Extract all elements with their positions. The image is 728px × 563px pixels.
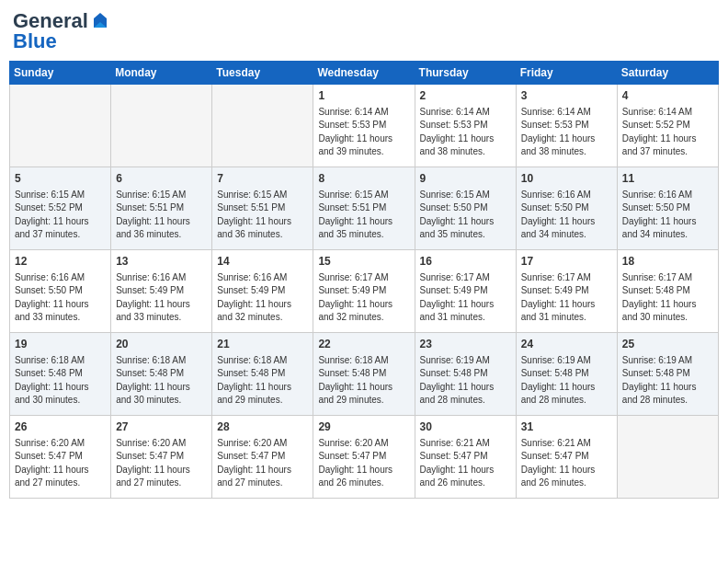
day-info: Sunrise: 6:21 AMSunset: 5:47 PMDaylight:… [420,437,511,490]
day-number: 28 [217,419,308,435]
day-info: Sunrise: 6:17 AMSunset: 5:49 PMDaylight:… [420,271,511,325]
cell-4-5: 23Sunrise: 6:19 AMSunset: 5:48 PMDayligh… [415,333,516,416]
cell-3-5: 16Sunrise: 6:17 AMSunset: 5:49 PMDayligh… [415,250,516,333]
day-info: Sunrise: 6:18 AMSunset: 5:48 PMDaylight:… [217,354,308,408]
day-number: 24 [521,337,612,352]
week-row-2: 5Sunrise: 6:15 AMSunset: 5:52 PMDaylight… [10,167,719,250]
day-number: 29 [318,419,409,435]
day-number: 21 [217,337,308,352]
week-row-1: 1Sunrise: 6:14 AMSunset: 5:53 PMDaylight… [10,85,719,167]
cell-1-4: 1Sunrise: 6:14 AMSunset: 5:53 PMDaylight… [313,85,415,167]
day-number: 8 [318,171,409,187]
col-header-friday: Friday [516,62,617,85]
day-number: 26 [15,419,106,435]
cell-4-4: 22Sunrise: 6:18 AMSunset: 5:48 PMDayligh… [313,333,415,416]
page-header: General Blue [9,9,719,53]
cell-2-5: 9Sunrise: 6:15 AMSunset: 5:50 PMDaylight… [415,167,516,250]
day-info: Sunrise: 6:16 AMSunset: 5:50 PMDaylight:… [521,189,612,242]
logo: General Blue [13,9,110,53]
day-number: 7 [217,171,308,187]
week-row-4: 19Sunrise: 6:18 AMSunset: 5:48 PMDayligh… [10,333,719,416]
logo-icon [90,11,110,31]
day-info: Sunrise: 6:15 AMSunset: 5:51 PMDaylight:… [217,189,308,242]
header-row: SundayMondayTuesdayWednesdayThursdayFrid… [10,62,719,85]
day-info: Sunrise: 6:14 AMSunset: 5:53 PMDaylight:… [521,106,612,159]
day-number: 1 [318,88,409,104]
cell-5-6: 31Sunrise: 6:21 AMSunset: 5:47 PMDayligh… [516,416,617,499]
cell-4-2: 20Sunrise: 6:18 AMSunset: 5:48 PMDayligh… [111,333,212,416]
day-number: 16 [420,254,511,270]
cell-4-1: 19Sunrise: 6:18 AMSunset: 5:48 PMDayligh… [10,333,111,416]
day-info: Sunrise: 6:19 AMSunset: 5:48 PMDaylight:… [622,354,713,408]
day-info: Sunrise: 6:20 AMSunset: 5:47 PMDaylight:… [318,437,409,490]
day-info: Sunrise: 6:21 AMSunset: 5:47 PMDaylight:… [521,437,612,490]
logo-blue: Blue [13,29,57,53]
day-info: Sunrise: 6:16 AMSunset: 5:49 PMDaylight:… [116,271,207,325]
cell-5-1: 26Sunrise: 6:20 AMSunset: 5:47 PMDayligh… [10,416,111,499]
cell-3-1: 12Sunrise: 6:16 AMSunset: 5:50 PMDayligh… [10,250,111,333]
day-info: Sunrise: 6:16 AMSunset: 5:50 PMDaylight:… [15,271,106,325]
cell-5-7 [617,416,718,499]
day-number: 13 [116,254,207,270]
day-number: 14 [217,254,308,270]
day-info: Sunrise: 6:14 AMSunset: 5:53 PMDaylight:… [420,106,511,159]
day-info: Sunrise: 6:19 AMSunset: 5:48 PMDaylight:… [420,354,511,408]
day-number: 3 [521,88,612,104]
week-row-3: 12Sunrise: 6:16 AMSunset: 5:50 PMDayligh… [10,250,719,333]
day-number: 27 [116,419,207,435]
day-number: 23 [420,337,511,352]
day-info: Sunrise: 6:14 AMSunset: 5:53 PMDaylight:… [318,106,409,159]
cell-2-2: 6Sunrise: 6:15 AMSunset: 5:51 PMDaylight… [111,167,212,250]
cell-5-2: 27Sunrise: 6:20 AMSunset: 5:47 PMDayligh… [111,416,212,499]
cell-1-6: 3Sunrise: 6:14 AMSunset: 5:53 PMDaylight… [516,85,617,167]
day-info: Sunrise: 6:20 AMSunset: 5:47 PMDaylight:… [15,437,106,490]
day-number: 15 [318,254,409,270]
day-number: 2 [420,88,511,104]
cell-1-3 [212,85,313,167]
col-header-monday: Monday [111,62,212,85]
day-number: 10 [521,171,612,187]
day-info: Sunrise: 6:15 AMSunset: 5:50 PMDaylight:… [420,189,511,242]
cell-3-4: 15Sunrise: 6:17 AMSunset: 5:49 PMDayligh… [313,250,415,333]
col-header-sunday: Sunday [10,62,111,85]
cell-3-6: 17Sunrise: 6:17 AMSunset: 5:49 PMDayligh… [516,250,617,333]
day-number: 17 [521,254,612,270]
cell-5-4: 29Sunrise: 6:20 AMSunset: 5:47 PMDayligh… [313,416,415,499]
day-info: Sunrise: 6:17 AMSunset: 5:48 PMDaylight:… [622,271,713,325]
day-info: Sunrise: 6:20 AMSunset: 5:47 PMDaylight:… [116,437,207,490]
day-info: Sunrise: 6:19 AMSunset: 5:48 PMDaylight:… [521,354,612,408]
day-info: Sunrise: 6:17 AMSunset: 5:49 PMDaylight:… [318,271,409,325]
cell-3-3: 14Sunrise: 6:16 AMSunset: 5:49 PMDayligh… [212,250,313,333]
calendar-table: SundayMondayTuesdayWednesdayThursdayFrid… [9,61,719,499]
cell-3-7: 18Sunrise: 6:17 AMSunset: 5:48 PMDayligh… [617,250,718,333]
col-header-saturday: Saturday [617,62,718,85]
cell-1-5: 2Sunrise: 6:14 AMSunset: 5:53 PMDaylight… [415,85,516,167]
day-info: Sunrise: 6:18 AMSunset: 5:48 PMDaylight:… [15,354,106,408]
day-info: Sunrise: 6:16 AMSunset: 5:49 PMDaylight:… [217,271,308,325]
cell-5-5: 30Sunrise: 6:21 AMSunset: 5:47 PMDayligh… [415,416,516,499]
cell-2-7: 11Sunrise: 6:16 AMSunset: 5:50 PMDayligh… [617,167,718,250]
day-number: 22 [318,337,409,352]
day-number: 6 [116,171,207,187]
day-info: Sunrise: 6:15 AMSunset: 5:51 PMDaylight:… [116,189,207,242]
day-info: Sunrise: 6:16 AMSunset: 5:50 PMDaylight:… [622,189,713,242]
col-header-wednesday: Wednesday [313,62,415,85]
cell-2-6: 10Sunrise: 6:16 AMSunset: 5:50 PMDayligh… [516,167,617,250]
day-number: 12 [15,254,106,270]
day-number: 4 [622,88,713,104]
day-info: Sunrise: 6:18 AMSunset: 5:48 PMDaylight:… [116,354,207,408]
cell-3-2: 13Sunrise: 6:16 AMSunset: 5:49 PMDayligh… [111,250,212,333]
day-info: Sunrise: 6:17 AMSunset: 5:49 PMDaylight:… [521,271,612,325]
day-number: 20 [116,337,207,352]
cell-2-3: 7Sunrise: 6:15 AMSunset: 5:51 PMDaylight… [212,167,313,250]
day-info: Sunrise: 6:15 AMSunset: 5:52 PMDaylight:… [15,189,106,242]
day-number: 18 [622,254,713,270]
cell-5-3: 28Sunrise: 6:20 AMSunset: 5:47 PMDayligh… [212,416,313,499]
day-number: 5 [15,171,106,187]
day-number: 19 [15,337,106,352]
day-number: 9 [420,171,511,187]
cell-4-7: 25Sunrise: 6:19 AMSunset: 5:48 PMDayligh… [617,333,718,416]
cell-2-4: 8Sunrise: 6:15 AMSunset: 5:51 PMDaylight… [313,167,415,250]
col-header-tuesday: Tuesday [212,62,313,85]
day-number: 25 [622,337,713,352]
